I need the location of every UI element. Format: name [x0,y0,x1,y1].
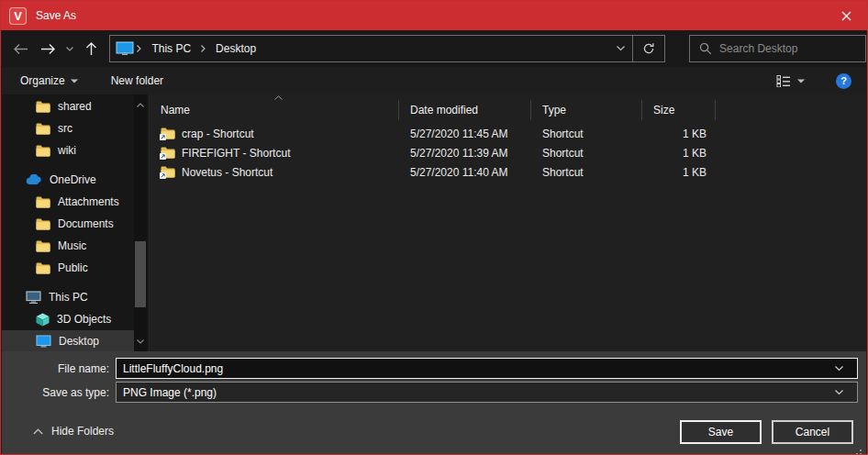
window-title: Save As [36,9,76,22]
sidebar-item-attachments[interactable]: Attachments [2,191,136,213]
address-dropdown-button[interactable] [608,36,632,61]
column-header-size[interactable]: Size [642,100,716,120]
file-date-modified: 5/27/2020 11:45 AM [399,128,531,140]
hide-folders-button[interactable]: Hide Folders [33,425,114,438]
new-folder-button[interactable]: New folder [102,67,172,94]
folder-shortcut-icon [161,147,175,159]
chevron-up-icon [33,428,43,435]
sidebar-item-public[interactable]: Public [2,257,136,279]
forward-button[interactable] [35,35,62,62]
file-row[interactable]: FIREFIGHT - Shortcut 5/27/2020 11:39 AM … [150,143,866,162]
sidebar-item-onedrive[interactable]: OneDrive [2,169,136,191]
cancel-button[interactable]: Cancel [772,420,853,444]
folder-shortcut-icon [161,166,175,178]
column-header-date-modified[interactable]: Date modified [399,100,531,120]
sidebar-item-label: src [58,122,72,135]
dropdown-arrow-icon [71,79,78,83]
computer-icon [26,291,41,304]
save-button[interactable]: Save [680,420,762,444]
sidebar-item-documents[interactable]: Documents [2,213,136,235]
sidebar-item-label: Documents [58,217,114,230]
sidebar-item-3d-objects[interactable]: 3D Objects [2,308,136,330]
folder-icon [36,218,50,230]
search-box[interactable] [689,35,866,62]
breadcrumb-this-pc[interactable]: This PC [148,42,195,55]
file-row[interactable]: crap - Shortcut 5/27/2020 11:45 AM Short… [150,124,866,143]
arrow-up-icon [85,41,97,56]
navigation-pane: shared src wiki OneDrive [2,94,149,351]
up-button[interactable] [77,35,106,62]
address-bar[interactable]: This PC Desktop [109,35,665,62]
folder-icon [36,101,50,113]
breadcrumb-desktop[interactable]: Desktop [212,42,260,55]
folder-icon [36,262,50,274]
scroll-up-icon[interactable] [134,98,147,111]
titlebar: V Save As [1,1,867,30]
column-headers: Name Date modified Type Size [150,96,866,124]
save-as-dialog: V Save As [0,0,868,455]
shortcut-arrow-icon [160,172,166,179]
file-size: 1 KB [642,166,716,179]
change-view-button[interactable] [771,75,810,87]
shortcut-arrow-icon [160,153,166,160]
back-button[interactable] [7,35,35,62]
scroll-down-icon[interactable] [134,335,147,348]
file-name: Novetus - Shortcut [182,166,273,179]
breadcrumb-separator-icon [134,45,144,52]
search-input[interactable] [719,42,857,55]
sidebar-item-label: OneDrive [50,173,96,186]
save-as-type-select[interactable]: PNG Image (*.png) [116,382,858,403]
organize-label: Organize [20,74,65,87]
column-header-type[interactable]: Type [531,100,642,120]
sidebar-item-label: 3D Objects [57,313,111,326]
sidebar-item-desktop[interactable]: Desktop [2,330,136,351]
file-list: Name Date modified Type Size crap - Shor… [149,94,866,351]
sidebar-item-this-pc[interactable]: This PC [2,286,136,308]
file-date-modified: 5/27/2020 11:40 AM [399,166,531,179]
sidebar-item-wiki[interactable]: wiki [2,139,136,161]
navigation-bar: This PC Desktop [2,30,866,67]
sidebar-item-shared[interactable]: shared [2,95,136,117]
sidebar-item-label: Attachments [58,195,119,208]
sidebar-item-label: Desktop [59,335,99,348]
organize-button[interactable]: Organize [11,67,87,94]
file-name: crap - Shortcut [182,128,254,140]
onedrive-cloud-icon [26,174,42,185]
file-type: Shortcut [531,147,642,160]
file-date-modified: 5/27/2020 11:39 AM [399,147,531,160]
dropdown-arrow-icon [797,79,805,83]
sidebar-item-music[interactable]: Music [2,235,136,257]
new-folder-label: New folder [111,74,163,87]
chevron-down-icon [617,46,625,51]
sidebar-item-label: Public [58,261,88,274]
search-icon [699,42,712,55]
close-button[interactable] [825,1,867,30]
sidebar-item-src[interactable]: src [2,117,136,139]
resize-grip[interactable] [860,449,862,451]
sidebar-scrollbar[interactable] [134,94,147,351]
file-row[interactable]: Novetus - Shortcut 5/27/2020 11:40 AM Sh… [150,162,866,182]
close-icon [841,11,851,21]
refresh-button[interactable] [633,36,664,61]
refresh-icon [642,42,655,55]
arrow-left-icon [13,43,28,55]
recent-locations-button[interactable] [62,35,77,62]
vivaldi-app-icon: V [9,7,27,25]
bottom-panel: File name: Save as type: PNG Image (*.pn… [2,351,866,455]
scrollbar-thumb[interactable] [135,241,146,307]
help-button[interactable]: ? [836,73,851,89]
chevron-down-icon [66,47,73,51]
column-header-name[interactable]: Name [150,100,399,120]
folder-icon [36,145,50,157]
hide-folders-label: Hide Folders [51,425,114,438]
main-area: shared src wiki OneDrive [2,94,866,351]
sidebar-item-label: Music [58,239,86,252]
file-type: Shortcut [531,166,642,179]
file-name-input[interactable] [116,358,858,379]
command-toolbar: Organize New folder [2,67,866,94]
shortcut-arrow-icon [160,134,166,140]
desktop-location-icon [116,41,134,56]
file-type: Shortcut [531,128,642,140]
folder-icon [36,240,50,252]
file-size: 1 KB [642,128,716,140]
